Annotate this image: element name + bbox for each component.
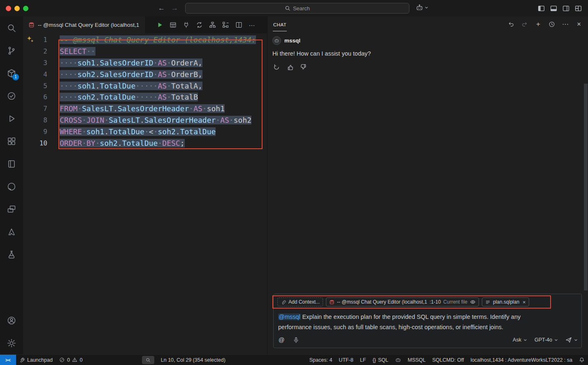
redo-button[interactable]	[521, 21, 528, 28]
scrollbar[interactable]	[584, 84, 588, 290]
status-language[interactable]: {}SQL	[369, 355, 391, 365]
code-line-3[interactable]: 3····soh1.SalesOrderID·AS·OrderA,	[23, 57, 267, 69]
code-editor[interactable]: 1-- @mssql Chat Query Editor (localhost,…	[23, 33, 267, 149]
warning-icon	[72, 357, 77, 363]
flask-icon	[7, 250, 16, 260]
thumbs-down-button[interactable]	[300, 63, 308, 71]
disconnect-button[interactable]	[181, 20, 191, 30]
status-mssql[interactable]: MSSQL	[404, 355, 429, 365]
notifications-button[interactable]	[576, 355, 588, 365]
titlebar: ← → Search	[0, 0, 588, 16]
chevron-down-icon	[554, 339, 558, 342]
sidebar-item-run-debug[interactable]	[0, 107, 23, 130]
sidebar-item-sql-projects[interactable]	[0, 243, 23, 266]
ask-mode-label: Ask	[513, 337, 521, 343]
github-icon	[7, 182, 16, 192]
history-button[interactable]	[548, 21, 555, 28]
model-dropdown[interactable]: GPT-4o	[535, 337, 558, 343]
sidebar-item-remote-explorer[interactable]	[0, 198, 23, 220]
toggle-primary-sidebar-icon[interactable]	[538, 5, 545, 12]
split-editor-button[interactable]	[233, 20, 244, 30]
customize-layout-icon[interactable]	[575, 5, 582, 12]
remove-chip-icon[interactable]: ×	[523, 299, 526, 305]
code-line-9[interactable]: 9WHERE·soh1.TotalDue·<·soh2.TotalDue	[23, 126, 267, 137]
mic-button[interactable]	[292, 336, 300, 344]
code-line-8[interactable]: 8CROSS·JOIN·SalesLT.SalesOrderHeader·AS·…	[23, 115, 267, 126]
estimated-plan-button[interactable]	[207, 20, 218, 30]
sidebar-item-search[interactable]	[0, 16, 23, 39]
status-encoding[interactable]: UTF-8	[335, 355, 356, 365]
more-actions-button[interactable]: ···	[562, 21, 569, 28]
maximize-window-button[interactable]	[23, 6, 28, 11]
minimize-window-button[interactable]	[14, 6, 20, 11]
regenerate-button[interactable]	[272, 63, 281, 71]
run-query-button[interactable]	[154, 20, 165, 30]
code-line-2[interactable]: 2SELECT··	[23, 46, 267, 57]
close-icon[interactable]: ×	[575, 21, 583, 28]
context-chip-current-file[interactable]: -- @mssql Chat Query Editor (localhost,1…	[326, 297, 479, 307]
remote-icon: ><	[5, 358, 11, 363]
sidebar-item-testing[interactable]	[0, 84, 23, 107]
thumbs-up-button[interactable]	[286, 63, 294, 71]
sidebar-item-notebooks[interactable]	[0, 152, 23, 175]
error-icon	[59, 357, 65, 363]
status-sqlcmd[interactable]: SQLCMD: Off	[429, 355, 467, 365]
back-button[interactable]: ←	[158, 4, 165, 12]
send-button[interactable]	[565, 337, 578, 343]
mention-button[interactable]: @	[277, 336, 286, 344]
mic-icon	[293, 337, 299, 343]
more-actions-button[interactable]: ···	[246, 20, 257, 30]
sidebar-item-extensions[interactable]	[0, 130, 23, 152]
account-icon	[7, 316, 16, 325]
change-connection-button[interactable]	[194, 20, 205, 30]
history-icon	[548, 21, 555, 28]
database-icon	[28, 22, 35, 28]
status-cursor-position[interactable]: Ln 10, Col 29 (354 selected)	[158, 355, 229, 365]
status-problems[interactable]: 0 0	[56, 355, 86, 365]
chat-input[interactable]: @mssql Explain the execution plan for th…	[278, 312, 548, 332]
sidebar-item-settings[interactable]	[0, 332, 23, 354]
status-indentation[interactable]: Spaces: 4	[306, 355, 336, 365]
forward-button[interactable]: →	[171, 4, 178, 12]
status-copilot[interactable]	[392, 355, 404, 365]
actual-plan-button[interactable]	[220, 20, 231, 30]
code-line-7[interactable]: 7FROM·SalesLT.SalesOrderHeader·AS·soh1	[23, 103, 267, 115]
copilot-menu-button[interactable]	[416, 4, 428, 12]
search-box[interactable]: Search	[185, 3, 409, 14]
code-line-5[interactable]: 5····soh1.TotalDue·····AS·TotalA,	[23, 80, 267, 91]
results-grid-button[interactable]	[167, 20, 178, 30]
play-icon	[156, 21, 163, 28]
code-line-6[interactable]: 6····soh2.TotalDue·····AS·TotalB	[23, 91, 267, 103]
code-line-1[interactable]: 1-- @mssql Chat Query Editor (localhost,…	[23, 34, 267, 46]
sidebar-item-azure[interactable]	[0, 220, 23, 243]
ask-mode-dropdown[interactable]: Ask	[513, 337, 527, 343]
status-launchpad[interactable]: Launchpad	[16, 355, 56, 365]
paperclip-icon	[281, 299, 286, 305]
close-window-button[interactable]	[6, 6, 11, 11]
code-line-4[interactable]: 4····soh2.SalesOrderID·AS·OrderB,	[23, 68, 267, 80]
add-context-button[interactable]: Add Context...	[277, 297, 323, 307]
status-eol[interactable]: LF	[357, 355, 370, 365]
tab-query-editor[interactable]: -- @mssql Chat Query Editor (localhost,1	[23, 16, 145, 33]
context-chip-plan-file[interactable]: plan.sqlplan ×	[482, 297, 529, 307]
line-number: 9	[23, 128, 47, 136]
remote-indicator[interactable]: ><	[0, 355, 16, 365]
status-connection[interactable]: localhost,1434 : AdventureWorksLT2022 : …	[467, 355, 576, 365]
sidebar-item-github[interactable]	[0, 175, 23, 198]
status-zoom[interactable]	[139, 355, 158, 365]
sidebar-item-containers[interactable]: 1	[0, 62, 23, 84]
cursor-position-label: Ln 10, Col 29 (354 selected)	[161, 357, 225, 363]
toggle-panel-icon[interactable]	[550, 5, 557, 12]
undo-button[interactable]	[507, 21, 515, 28]
thumbs-up-icon	[287, 64, 293, 70]
sidebar-item-source-control[interactable]	[0, 39, 23, 62]
eye-icon[interactable]	[470, 299, 476, 305]
thumbs-down-icon	[300, 64, 307, 70]
new-chat-button[interactable]: +	[535, 21, 542, 28]
undo-icon	[508, 21, 514, 28]
code-line-10[interactable]: 10ORDER·BY·soh2.TotalDue·DESC;	[23, 137, 267, 149]
toggle-secondary-sidebar-icon[interactable]	[562, 5, 569, 12]
sidebar-item-accounts[interactable]	[0, 309, 23, 332]
sparkle-icon[interactable]	[26, 35, 34, 43]
tab-chat[interactable]: CHAT	[273, 18, 287, 31]
